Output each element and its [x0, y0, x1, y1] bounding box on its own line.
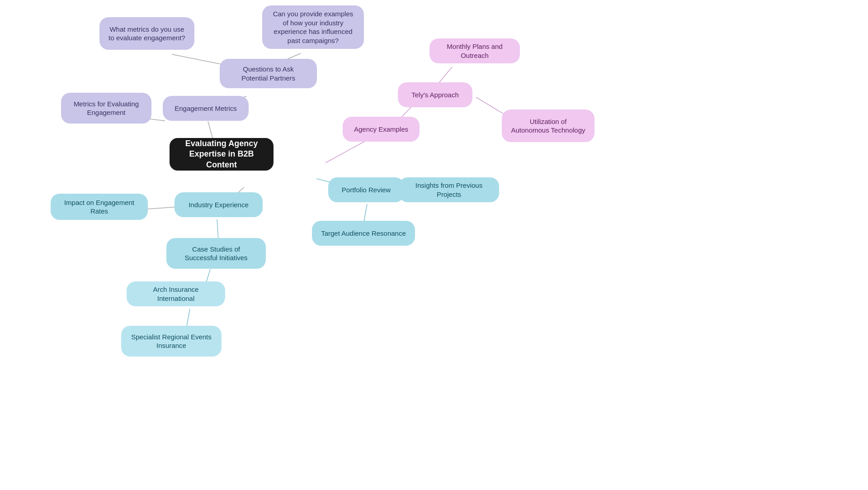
impact-eng-label: Impact on Engagement Rates [60, 198, 139, 216]
industry-exp-node: Industry Experience [175, 192, 263, 217]
case-studies-label: Case Studies of Successful Initiatives [175, 245, 257, 262]
specialist-label: Specialist Regional Events Insurance [130, 333, 212, 350]
target-aud-label: Target Audience Resonance [321, 229, 406, 238]
specialist-node: Specialist Regional Events Insurance [121, 326, 222, 357]
arch-ins-node: Arch Insurance International [127, 281, 225, 306]
agency-examples-node: Agency Examples [343, 117, 420, 142]
utilization-node: Utilization of Autonomous Technology [502, 109, 594, 142]
arch-ins-label: Arch Insurance International [136, 285, 216, 303]
portfolio-node: Portfolio Review [328, 177, 404, 202]
target-aud-node: Target Audience Resonance [312, 221, 415, 246]
agency-examples-label: Agency Examples [354, 125, 408, 134]
case-studies-node: Case Studies of Successful Initiatives [166, 238, 266, 269]
center-label: Evaluating Agency Expertise in B2B Conte… [179, 138, 264, 170]
questions-node: Questions to Ask Potential Partners [220, 59, 317, 88]
examples-q-label: Can you provide examples of how your ind… [271, 10, 355, 45]
monthly-plans-node: Monthly Plans and Outreach [429, 38, 520, 63]
utilization-label: Utilization of Autonomous Technology [511, 117, 585, 135]
metrics-eval-label: Metrics for Evaluating Engagement [70, 100, 142, 117]
svg-line-12 [217, 219, 218, 240]
insights-node: Insights from Previous Projects [399, 177, 499, 202]
what-metrics-node: What metrics do you use to evaluate enga… [99, 17, 194, 50]
industry-exp-label: Industry Experience [189, 200, 249, 209]
center-node: Evaluating Agency Expertise in B2B Conte… [170, 138, 274, 171]
portfolio-label: Portfolio Review [342, 186, 391, 195]
insights-label: Insights from Previous Projects [408, 181, 490, 199]
engagement-metrics-label: Engagement Metrics [175, 104, 237, 113]
tely-approach-node: Tely's Approach [398, 82, 472, 107]
examples-q-node: Can you provide examples of how your ind… [262, 5, 364, 49]
what-metrics-label: What metrics do you use to evaluate enga… [108, 25, 185, 43]
questions-label: Questions to Ask Potential Partners [229, 65, 308, 82]
tely-approach-label: Tely's Approach [411, 90, 459, 100]
monthly-plans-label: Monthly Plans and Outreach [439, 42, 511, 60]
metrics-eval-node: Metrics for Evaluating Engagement [61, 93, 151, 124]
svg-line-16 [364, 204, 367, 222]
impact-eng-node: Impact on Engagement Rates [51, 194, 148, 220]
engagement-metrics-node: Engagement Metrics [163, 96, 249, 121]
